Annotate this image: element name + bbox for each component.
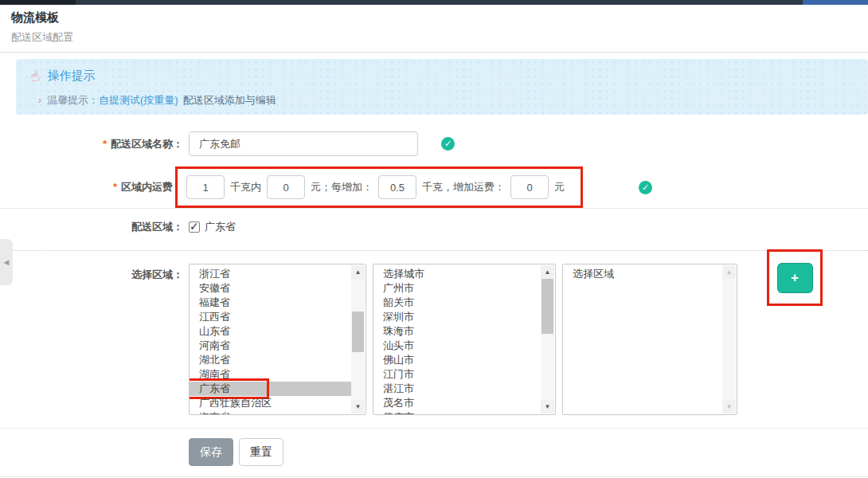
province-listbox[interactable]: 浙江省安徽省福建省江西省山东省河南省湖北省湖南省广东省广西壮族自治区海南省 ▲ … — [189, 264, 366, 415]
scroll-up-icon[interactable]: ▲ — [351, 265, 365, 279]
first-fee-input[interactable] — [267, 175, 305, 199]
city-scrollbar[interactable]: ▲ ▼ — [541, 265, 554, 413]
delivery-area-label: 配送区域： — [0, 219, 183, 235]
city-list: 选择城市广州市韶关市深圳市珠海市汕头市佛山市江门市湛江市茂名市肇庆市 — [373, 264, 542, 415]
add-weight-input[interactable] — [378, 175, 416, 199]
breadcrumb: 配送区域配置 — [11, 30, 868, 45]
hand-pointer-icon: ☝ — [29, 66, 41, 86]
section-divider — [0, 208, 868, 209]
operation-tip-box: ☝ 操作提示 ›温馨提示：自提测试(按重量)配送区域添加与编辑 — [16, 59, 868, 115]
list-item[interactable]: 湖北省 — [190, 353, 352, 367]
first-weight-unit: 千克内 — [230, 180, 261, 194]
district-scrollbar: ▲ ▼ — [722, 265, 736, 413]
list-item[interactable]: 选择城市 — [373, 267, 542, 281]
topbar-blue-segment — [803, 0, 868, 5]
topbar-dark-segment — [0, 0, 76, 5]
valid-check-icon: ✓ — [639, 181, 652, 194]
region-name-label: *配送区域名称： — [0, 136, 183, 152]
province-scrollbar[interactable]: ▲ ▼ — [351, 265, 365, 413]
reset-button[interactable]: 重置 — [239, 438, 283, 466]
dotted-divider — [0, 250, 868, 251]
region-name-row: *配送区域名称： ✓ — [0, 131, 868, 156]
page-header: 物流模板 配送区域配置 — [0, 5, 868, 45]
list-item[interactable]: 福建省 — [190, 296, 352, 310]
tip-hint-text: 配送区域添加与编辑 — [183, 94, 276, 106]
district-listbox[interactable]: 选择区域 ▲ ▼ — [562, 264, 737, 415]
list-item[interactable]: 佛山市 — [373, 353, 542, 367]
list-item[interactable]: 选择区域 — [563, 267, 723, 281]
freight-label: *区域内运费： — [0, 179, 183, 195]
page-title: 物流模板 — [11, 10, 868, 25]
add-fee-input[interactable] — [510, 175, 549, 199]
scroll-up-icon: ▲ — [722, 265, 736, 279]
city-listbox[interactable]: 选择城市广州市韶关市深圳市珠海市汕头市佛山市江门市湛江市茂名市肇庆市 ▲ ▼ — [373, 264, 556, 415]
tip-template-link[interactable]: 自提测试(按重量) — [99, 94, 178, 106]
list-item[interactable]: 广东省 — [190, 382, 352, 396]
tip-title: 操作提示 — [48, 69, 96, 84]
header-divider — [0, 52, 868, 53]
topbar-navy-segment — [76, 0, 803, 5]
list-item[interactable]: 江门市 — [373, 367, 542, 382]
scroll-down-icon[interactable]: ▼ — [541, 400, 554, 413]
tip-bullet-icon: › — [38, 95, 41, 106]
list-item[interactable]: 肇庆市 — [373, 410, 542, 415]
collapse-arrow-icon: ◄ — [2, 257, 11, 267]
topbar — [0, 0, 868, 5]
district-list: 选择区域 — [563, 264, 723, 281]
page: 物流模板 配送区域配置 ☝ 操作提示 ›温馨提示：自提测试(按重量)配送区域添加… — [0, 0, 868, 478]
add-button-highlight-box: + — [767, 249, 823, 306]
valid-check-icon: ✓ — [441, 137, 455, 151]
first-weight-input[interactable] — [186, 175, 225, 199]
province-list: 浙江省安徽省福建省江西省山东省河南省湖北省湖南省广东省广西壮族自治区海南省 — [190, 264, 352, 415]
required-mark: * — [113, 181, 117, 193]
scroll-up-icon[interactable]: ▲ — [541, 265, 554, 279]
add-fee-unit: 元 — [554, 180, 565, 194]
freight-highlight-box: 千克内 元；每增加： 千克，增加运费： 元 — [175, 167, 583, 208]
delivery-area-row: 配送区域： 广东省 — [0, 219, 868, 235]
list-item[interactable]: 深圳市 — [373, 310, 542, 324]
freight-row: *区域内运费： 千克内 元；每增加： 千克，增加运费： 元 ✓ — [0, 167, 868, 208]
add-region-button[interactable]: + — [777, 263, 813, 293]
list-item[interactable]: 安徽省 — [190, 281, 352, 296]
region-select-label: 选择区域： — [0, 264, 183, 283]
form-actions: 保存 重置 — [189, 438, 868, 466]
list-item[interactable]: 广西壮族自治区 — [190, 396, 352, 410]
list-item[interactable]: 山东省 — [190, 324, 352, 339]
list-item[interactable]: 江西省 — [190, 310, 352, 324]
scrollbar-thumb[interactable] — [352, 311, 364, 352]
add-weight-unit: 千克，增加运费： — [422, 180, 505, 194]
province-checkbox-label: 广东省 — [205, 220, 236, 234]
required-mark: * — [103, 138, 107, 150]
province-checkbox[interactable] — [189, 221, 200, 233]
actions-divider — [0, 428, 868, 429]
region-name-input[interactable] — [189, 131, 418, 156]
save-button[interactable]: 保存 — [189, 438, 233, 466]
list-item[interactable]: 湛江市 — [373, 382, 542, 396]
list-item[interactable]: 浙江省 — [190, 267, 352, 281]
scrollbar-thumb[interactable] — [542, 279, 553, 334]
first-fee-unit: 元；每增加： — [311, 180, 373, 194]
sidebar-collapse-handle[interactable]: ◄ — [0, 239, 13, 285]
list-item[interactable]: 广州市 — [373, 281, 542, 296]
scroll-down-icon: ▼ — [722, 400, 736, 413]
list-item[interactable]: 湖南省 — [190, 367, 352, 382]
page-bottom-divider — [0, 476, 868, 477]
list-item[interactable]: 韶关市 — [373, 296, 542, 310]
list-item[interactable]: 茂名市 — [373, 396, 542, 410]
list-item[interactable]: 汕头市 — [373, 339, 542, 353]
scroll-down-icon[interactable]: ▼ — [351, 400, 365, 413]
region-select-row: 选择区域： 浙江省安徽省福建省江西省山东省河南省湖北省湖南省广东省广西壮族自治区… — [0, 264, 868, 415]
list-item[interactable]: 河南省 — [190, 339, 352, 353]
list-item[interactable]: 海南省 — [190, 410, 352, 415]
list-item[interactable]: 珠海市 — [373, 324, 542, 339]
region-config-form: *配送区域名称： ✓ *区域内运费： 千克内 元；每增加： 千克，增加运费： 元… — [0, 131, 868, 477]
tip-hint-label: 温馨提示： — [47, 94, 99, 106]
